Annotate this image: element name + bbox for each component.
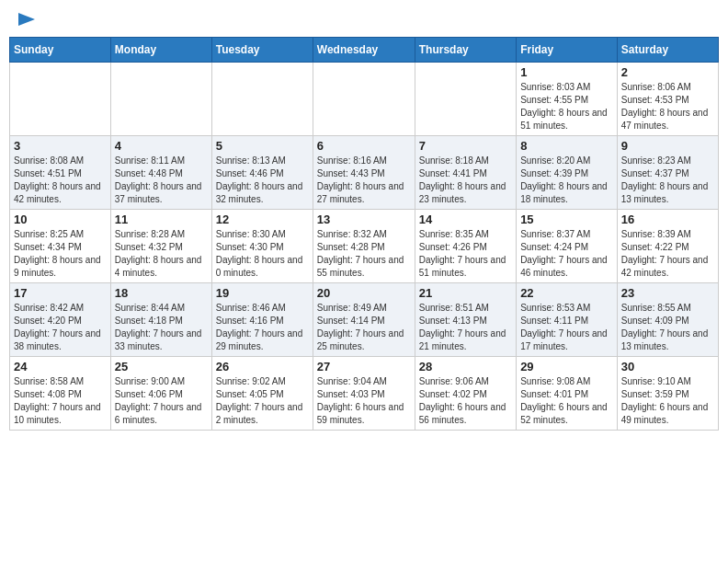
calendar-cell: 22Sunrise: 8:53 AM Sunset: 4:11 PM Dayli…	[517, 283, 618, 357]
calendar-week-row: 10Sunrise: 8:25 AM Sunset: 4:34 PM Dayli…	[10, 210, 719, 283]
weekday-header-tuesday: Tuesday	[211, 38, 313, 63]
calendar-cell: 26Sunrise: 9:02 AM Sunset: 4:05 PM Dayli…	[211, 357, 313, 431]
day-number: 18	[115, 286, 208, 300]
day-info: Sunrise: 8:13 AM Sunset: 4:46 PM Dayligh…	[216, 155, 309, 206]
day-number: 25	[115, 360, 208, 373]
weekday-header-monday: Monday	[110, 38, 211, 63]
day-number: 10	[14, 213, 107, 226]
page-header	[9, 9, 719, 29]
day-info: Sunrise: 8:11 AM Sunset: 4:48 PM Dayligh…	[115, 155, 208, 206]
calendar-week-row: 17Sunrise: 8:42 AM Sunset: 4:20 PM Dayli…	[10, 283, 719, 357]
calendar-cell	[313, 63, 415, 136]
day-number: 5	[216, 139, 309, 153]
day-info: Sunrise: 8:46 AM Sunset: 4:16 PM Dayligh…	[216, 302, 309, 353]
day-info: Sunrise: 8:53 AM Sunset: 4:11 PM Dayligh…	[520, 302, 613, 353]
day-info: Sunrise: 8:49 AM Sunset: 4:14 PM Dayligh…	[317, 302, 411, 353]
day-info: Sunrise: 8:35 AM Sunset: 4:26 PM Dayligh…	[419, 228, 512, 280]
calendar-cell: 20Sunrise: 8:49 AM Sunset: 4:14 PM Dayli…	[313, 283, 415, 357]
day-number: 1	[520, 65, 613, 79]
day-number: 26	[216, 360, 309, 373]
weekday-header-wednesday: Wednesday	[313, 38, 415, 63]
calendar-cell: 12Sunrise: 8:30 AM Sunset: 4:30 PM Dayli…	[211, 210, 313, 283]
calendar-cell: 25Sunrise: 9:00 AM Sunset: 4:06 PM Dayli…	[110, 357, 211, 431]
day-info: Sunrise: 8:16 AM Sunset: 4:43 PM Dayligh…	[317, 155, 411, 206]
calendar-cell: 21Sunrise: 8:51 AM Sunset: 4:13 PM Dayli…	[415, 283, 516, 357]
day-number: 15	[520, 213, 613, 226]
day-number: 11	[115, 213, 208, 226]
calendar-cell: 27Sunrise: 9:04 AM Sunset: 4:03 PM Dayli…	[313, 357, 415, 431]
calendar-cell: 4Sunrise: 8:11 AM Sunset: 4:48 PM Daylig…	[110, 136, 211, 210]
day-info: Sunrise: 8:28 AM Sunset: 4:32 PM Dayligh…	[115, 228, 208, 280]
day-info: Sunrise: 9:08 AM Sunset: 4:01 PM Dayligh…	[520, 375, 613, 427]
day-number: 27	[317, 360, 411, 373]
day-info: Sunrise: 8:39 AM Sunset: 4:22 PM Dayligh…	[621, 228, 714, 280]
day-number: 12	[216, 213, 309, 226]
calendar-cell: 23Sunrise: 8:55 AM Sunset: 4:09 PM Dayli…	[617, 283, 718, 357]
day-info: Sunrise: 8:25 AM Sunset: 4:34 PM Dayligh…	[14, 228, 107, 280]
calendar-cell: 15Sunrise: 8:37 AM Sunset: 4:24 PM Dayli…	[517, 210, 618, 283]
calendar-cell: 30Sunrise: 9:10 AM Sunset: 3:59 PM Dayli…	[617, 357, 718, 431]
calendar-cell	[211, 63, 313, 136]
day-info: Sunrise: 8:18 AM Sunset: 4:41 PM Dayligh…	[419, 155, 512, 206]
weekday-header-thursday: Thursday	[415, 38, 516, 63]
day-number: 19	[216, 286, 309, 300]
day-number: 7	[419, 139, 512, 153]
day-number: 4	[115, 139, 208, 153]
day-info: Sunrise: 9:06 AM Sunset: 4:02 PM Dayligh…	[419, 375, 512, 427]
calendar-cell: 2Sunrise: 8:06 AM Sunset: 4:53 PM Daylig…	[617, 63, 718, 136]
day-info: Sunrise: 9:02 AM Sunset: 4:05 PM Dayligh…	[216, 375, 309, 427]
day-info: Sunrise: 9:00 AM Sunset: 4:06 PM Dayligh…	[115, 375, 208, 427]
calendar-week-row: 3Sunrise: 8:08 AM Sunset: 4:51 PM Daylig…	[10, 136, 719, 210]
day-info: Sunrise: 8:51 AM Sunset: 4:13 PM Dayligh…	[419, 302, 512, 353]
calendar-cell: 3Sunrise: 8:08 AM Sunset: 4:51 PM Daylig…	[10, 136, 111, 210]
weekday-header-friday: Friday	[517, 38, 618, 63]
day-number: 22	[520, 286, 613, 300]
day-number: 14	[419, 213, 512, 226]
day-info: Sunrise: 8:42 AM Sunset: 4:20 PM Dayligh…	[14, 302, 107, 353]
calendar-cell: 19Sunrise: 8:46 AM Sunset: 4:16 PM Dayli…	[211, 283, 313, 357]
calendar-cell: 11Sunrise: 8:28 AM Sunset: 4:32 PM Dayli…	[110, 210, 211, 283]
day-number: 28	[419, 360, 512, 373]
day-number: 2	[621, 65, 714, 79]
calendar-cell: 1Sunrise: 8:03 AM Sunset: 4:55 PM Daylig…	[517, 63, 618, 136]
weekday-header-sunday: Sunday	[10, 38, 111, 63]
day-number: 24	[14, 360, 107, 373]
calendar-cell: 28Sunrise: 9:06 AM Sunset: 4:02 PM Dayli…	[415, 357, 516, 431]
calendar-week-row: 24Sunrise: 8:58 AM Sunset: 4:08 PM Dayli…	[10, 357, 719, 431]
calendar-cell: 8Sunrise: 8:20 AM Sunset: 4:39 PM Daylig…	[517, 136, 618, 210]
calendar-cell: 18Sunrise: 8:44 AM Sunset: 4:18 PM Dayli…	[110, 283, 211, 357]
day-info: Sunrise: 9:04 AM Sunset: 4:03 PM Dayligh…	[317, 375, 411, 427]
day-number: 8	[520, 139, 613, 153]
day-number: 6	[317, 139, 411, 153]
day-number: 30	[621, 360, 714, 373]
day-info: Sunrise: 8:23 AM Sunset: 4:37 PM Dayligh…	[621, 155, 714, 206]
day-info: Sunrise: 8:58 AM Sunset: 4:08 PM Dayligh…	[14, 375, 107, 427]
calendar-cell	[10, 63, 111, 136]
day-number: 16	[621, 213, 714, 226]
calendar-cell: 24Sunrise: 8:58 AM Sunset: 4:08 PM Dayli…	[10, 357, 111, 431]
calendar-cell: 10Sunrise: 8:25 AM Sunset: 4:34 PM Dayli…	[10, 210, 111, 283]
calendar-week-row: 1Sunrise: 8:03 AM Sunset: 4:55 PM Daylig…	[10, 63, 719, 136]
day-info: Sunrise: 8:03 AM Sunset: 4:55 PM Dayligh…	[520, 81, 613, 132]
calendar-cell: 29Sunrise: 9:08 AM Sunset: 4:01 PM Dayli…	[517, 357, 618, 431]
day-number: 13	[317, 213, 411, 226]
day-number: 3	[14, 139, 107, 153]
day-number: 29	[520, 360, 613, 373]
calendar-cell	[110, 63, 211, 136]
day-number: 17	[14, 286, 107, 300]
calendar-cell: 14Sunrise: 8:35 AM Sunset: 4:26 PM Dayli…	[415, 210, 516, 283]
day-info: Sunrise: 8:44 AM Sunset: 4:18 PM Dayligh…	[115, 302, 208, 353]
day-info: Sunrise: 8:08 AM Sunset: 4:51 PM Dayligh…	[14, 155, 107, 206]
day-number: 23	[621, 286, 714, 300]
calendar-cell: 5Sunrise: 8:13 AM Sunset: 4:46 PM Daylig…	[211, 136, 313, 210]
logo-icon	[17, 9, 37, 29]
day-info: Sunrise: 9:10 AM Sunset: 3:59 PM Dayligh…	[621, 375, 714, 427]
calendar-table: SundayMondayTuesdayWednesdayThursdayFrid…	[9, 37, 719, 431]
weekday-header-row: SundayMondayTuesdayWednesdayThursdayFrid…	[10, 38, 719, 63]
calendar-cell	[415, 63, 516, 136]
svg-marker-0	[18, 13, 35, 26]
calendar-cell: 13Sunrise: 8:32 AM Sunset: 4:28 PM Dayli…	[313, 210, 415, 283]
calendar-cell: 6Sunrise: 8:16 AM Sunset: 4:43 PM Daylig…	[313, 136, 415, 210]
day-info: Sunrise: 8:20 AM Sunset: 4:39 PM Dayligh…	[520, 155, 613, 206]
calendar-cell: 17Sunrise: 8:42 AM Sunset: 4:20 PM Dayli…	[10, 283, 111, 357]
